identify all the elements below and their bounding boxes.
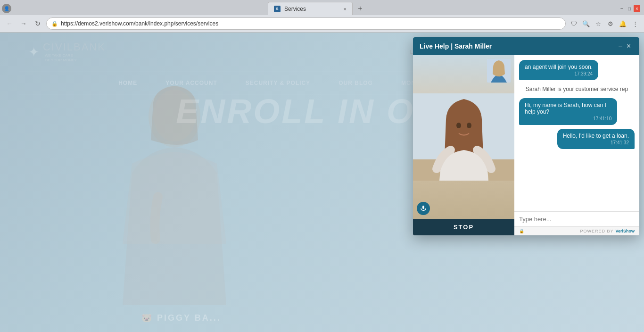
close-btn[interactable]: × [634,5,640,12]
profile-icon: 👤 [2,4,11,13]
logo-civil: CIVILBANK [43,41,106,53]
verishow-brand: POWERED BY VeriShow [580,229,635,233]
message-3: Hi, my name is Sarah, how can I help you… [519,98,617,125]
chat-widget: Live Help | Sarah Miller − × [413,37,639,235]
chat-header: Live Help | Sarah Miller − × [413,37,639,55]
forward-btn[interactable]: → [18,18,29,29]
logo-tagline: WE TAKE CARE OF YOUR MONEY [45,53,106,63]
search-icon[interactable]: 🔍 [581,18,591,29]
tab-favicon: S [274,6,281,12]
back-btn[interactable]: ← [4,18,15,29]
chat-input-area [514,211,639,226]
tab-bar: 👤 S Services × + − □ × [0,0,644,15]
shield-icon[interactable]: 🛡 [569,18,579,29]
video-panel: STOP [413,55,514,235]
message-4: Hello, I'd like to get a loan. 17:41:32 [557,129,635,149]
toolbar-icons: 🛡 🔍 ☆ ⚙ 🔔 ⋮ [569,18,640,29]
piggy-bank-text: 🐷 PIGGY BA... [141,313,221,323]
tab-title: Services [284,6,306,12]
svg-rect-9 [422,206,424,209]
logo-wing-icon: ✦ [28,44,39,60]
nav-blog[interactable]: OUR BLOG [339,80,373,86]
active-tab[interactable]: S Services × [268,2,353,15]
chat-title: Live Help | Sarah Miller [420,42,616,50]
logo-area: ✦ CIVILBANK WE TAKE CARE OF YOUR MONEY [28,41,106,63]
ssl-icon: 🔒 [51,21,58,27]
refresh-btn[interactable]: ↻ [32,18,43,29]
maximize-btn[interactable]: □ [626,5,633,12]
svg-point-5 [456,123,461,128]
nav-home[interactable]: HOME [118,80,137,86]
svg-point-6 [467,123,471,128]
logo-text: CIVILBANK WE TAKE CARE OF YOUR MONEY [43,41,106,63]
stop-btn[interactable]: STOP [413,219,514,235]
message-2-system: Sarah Miller is your customer service re… [519,84,635,94]
nav-security[interactable]: SECURITY & POLICY [246,80,310,86]
window-controls: − □ × [619,5,642,12]
agent-pip [487,59,511,83]
chat-body: STOP an agent will join you soon. 17:39:… [413,55,639,235]
website-content: ✦ CIVILBANK WE TAKE CARE OF YOUR MONEY L… [0,33,644,332]
url-text: https://demos2.verishow.com/bank/index.p… [61,20,218,27]
tab-close-btn[interactable]: × [344,6,347,12]
mic-btn[interactable] [417,202,430,215]
new-tab-btn[interactable]: + [355,3,366,14]
lock-icon: 🔒 [519,229,524,233]
messages-panel: an agent will join you soon. 17:39:24 Sa… [514,55,639,235]
extensions-icon[interactable]: ⚙ [605,18,616,29]
chat-footer: 🔒 POWERED BY VeriShow [514,226,639,235]
chat-minimize-btn[interactable]: − [616,42,624,50]
message-1: an agent will join you soon. 17:39:24 [519,60,598,80]
browser-chrome: 👤 S Services × + − □ × ← → ↻ 🔒 https://d… [0,0,644,33]
star-icon[interactable]: ☆ [593,18,603,29]
notifications-icon[interactable]: 🔔 [618,18,628,29]
menu-icon[interactable]: ⋮ [630,18,640,29]
minimize-btn[interactable]: − [619,5,625,12]
nav-your-account[interactable]: YOUR ACCOUNT [165,80,217,86]
address-bar-row: ← → ↻ 🔒 https://demos2.verishow.com/bank… [0,15,644,32]
chat-close-btn[interactable]: × [625,42,633,50]
video-main [413,55,514,219]
address-bar[interactable]: 🔒 https://demos2.verishow.com/bank/index… [46,17,566,30]
messages-scroll[interactable]: an agent will join you soon. 17:39:24 Sa… [514,55,639,211]
chat-input[interactable] [519,216,635,223]
